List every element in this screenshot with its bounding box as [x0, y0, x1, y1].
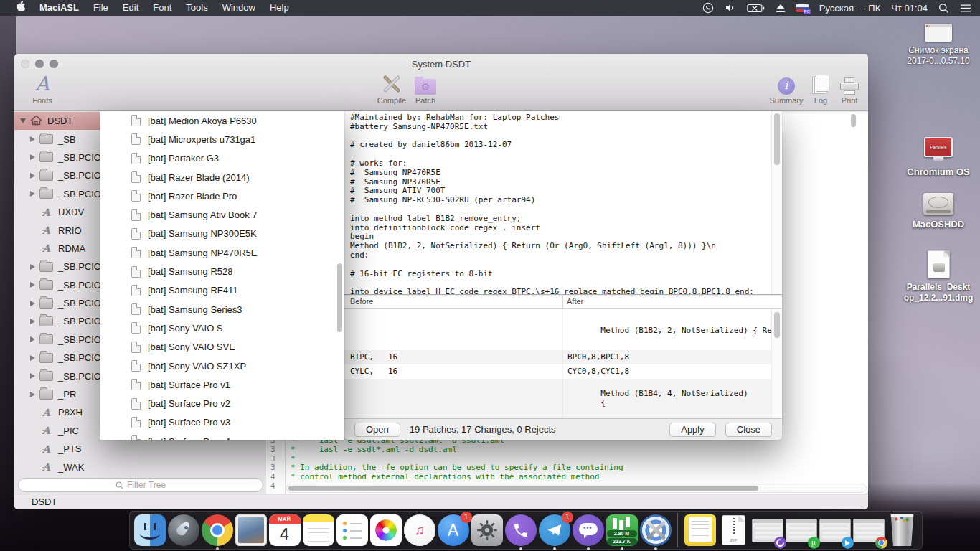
scrollbar-thumb[interactable] — [774, 312, 780, 338]
patch-list-item[interactable]: [bat] Samsung Series3 — [100, 300, 344, 319]
notification-center-icon[interactable] — [960, 4, 971, 13]
tree-item[interactable]: A_WAK — [14, 458, 265, 476]
battery-icon[interactable] — [747, 4, 765, 13]
menu-tools[interactable]: Tools — [179, 0, 215, 16]
table-row[interactable]: Method (B1B2, 2, NotSerialized) { Retu… — [344, 309, 771, 350]
patch-list-item[interactable]: [bat] Samsung Ativ Book 7 — [100, 205, 344, 224]
editor-horizontal-scrollbar[interactable] — [286, 484, 867, 493]
disclosure-open-icon[interactable] — [20, 118, 26, 123]
patch-text-scrollbar[interactable] — [771, 111, 782, 294]
patch-list-item[interactable]: [bat] Partaker G3 — [100, 149, 344, 168]
disclosure-closed-icon[interactable] — [30, 136, 35, 142]
input-source-flag-icon[interactable]: РС — [796, 4, 809, 12]
dock-minimized-window-chrome[interactable] — [853, 514, 885, 546]
toolbar-fonts-button[interactable]: A Fonts — [19, 70, 65, 105]
dock-app-store[interactable]: 1 — [438, 514, 469, 546]
menu-help[interactable]: Help — [263, 0, 296, 16]
scrollbar-thumb[interactable] — [774, 113, 780, 165]
menu-font[interactable]: Font — [146, 0, 179, 16]
dock-viber[interactable] — [505, 514, 537, 546]
patch-list-item[interactable]: [bat] Medion Akoya P6630 — [100, 111, 344, 130]
viber-status-icon[interactable] — [702, 2, 714, 14]
disclosure-closed-icon[interactable] — [30, 191, 35, 197]
dock-zip-archive[interactable]: ZIP — [718, 514, 750, 546]
dock-minimized-window-viber[interactable] — [752, 514, 783, 546]
patch-list-item[interactable]: [bat] Samsung RF411 — [100, 281, 344, 300]
open-button[interactable]: Open — [354, 423, 400, 437]
disclosure-closed-icon[interactable] — [30, 392, 35, 397]
toolbar-print-button[interactable]: Print — [826, 70, 872, 105]
disclosure-closed-icon[interactable] — [30, 264, 35, 270]
desktop-icon-chromium-os[interactable]: Parallels Chromium OS — [895, 137, 980, 177]
disclosure-closed-icon[interactable] — [30, 282, 35, 288]
window-titlebar[interactable]: System DSDT A Fonts Compile Patch i Summ… — [14, 54, 868, 111]
cell-after: Method (B1B2, 2, NotSerialized) { Retu… — [562, 309, 771, 350]
dock-notes-stack[interactable] — [684, 514, 716, 546]
disclosure-closed-icon[interactable] — [30, 154, 35, 160]
disclosure-closed-icon[interactable] — [30, 173, 35, 179]
disclosure-closed-icon[interactable] — [30, 301, 35, 306]
toolbar-patch-button[interactable]: Patch — [402, 70, 448, 105]
table-row[interactable]: Method (B1B4, 4, NotSerialized) { — [344, 379, 771, 418]
dock-system-preferences[interactable] — [471, 514, 503, 546]
dock-chrome[interactable] — [202, 514, 233, 546]
dock-reminders[interactable] — [336, 514, 368, 546]
dock-messenger[interactable]: ••• — [573, 514, 604, 546]
patch-list-item[interactable]: [bat] Samsung R528 — [100, 262, 344, 281]
dock-calendar[interactable]: МАЙ 4 — [269, 514, 301, 546]
patch-list-item[interactable]: [bat] Microxperts u731ga1 — [100, 130, 344, 149]
dock-photos[interactable] — [370, 514, 402, 546]
patch-list-item[interactable]: [bat] Samsung NP470R5E — [100, 243, 344, 262]
disclosure-closed-icon[interactable] — [30, 336, 35, 342]
menu-clock[interactable]: Чт 01:04 — [891, 3, 928, 14]
desktop-icon-screenshot[interactable]: Снимок экрана 2017-0...0.57.10 — [895, 24, 980, 67]
menu-window[interactable]: Window — [215, 0, 263, 16]
patch-list-item[interactable]: [bat] Surface Pro v2 — [100, 394, 344, 413]
dock-network-meter[interactable]: 2.80 M 213.7 K — [606, 514, 638, 546]
filter-tree-input[interactable]: Filter Tree — [18, 478, 263, 492]
disclosure-closed-icon[interactable] — [30, 373, 35, 379]
menu-file[interactable]: File — [86, 0, 116, 16]
volume-icon[interactable] — [725, 3, 736, 13]
apply-button[interactable]: Apply — [669, 423, 716, 437]
editor-vertical-scrollbar-thumb[interactable] — [851, 114, 856, 127]
desktop-icon-parallels-dmg[interactable]: Parallels_Deskt op_12.2...91.dmg — [895, 250, 980, 303]
patch-list-item[interactable]: [bat] Razer Blade (2014) — [100, 168, 344, 187]
apple-menu[interactable] — [9, 0, 32, 16]
menu-edit[interactable]: Edit — [116, 0, 146, 16]
scrollbar-thumb[interactable] — [288, 486, 758, 491]
patch-list-item[interactable]: [bat] Sony VAIO SVE — [100, 338, 344, 357]
dock-itunes[interactable] — [404, 514, 435, 546]
tree-item[interactable]: A_PTS — [14, 440, 265, 458]
patch-list-item[interactable]: [bat] Samsung NP300E5K — [100, 225, 344, 243]
close-button[interactable]: Close — [725, 423, 772, 437]
patch-list-item[interactable]: [bat] Surface Pro v4 — [100, 432, 344, 440]
dock-minimized-window-telegram[interactable] — [819, 514, 851, 546]
patch-list-item[interactable]: [bat] Sony VAIO SZ1XP — [100, 357, 344, 375]
table-row[interactable]: CYLC, 16 CYC0,8,CYC1,8 — [344, 364, 771, 379]
input-source-label[interactable]: Русская — ПК — [819, 3, 880, 14]
preview-table[interactable]: Method (B1B2, 2, NotSerialized) { Retu… … — [344, 309, 771, 418]
patch-list-scrollbar-thumb[interactable] — [337, 263, 342, 332]
patch-list-item[interactable]: [bat] Surface Pro v1 — [100, 375, 344, 394]
dock-telegram[interactable]: 1 — [539, 514, 570, 546]
dock-finder[interactable] — [134, 514, 166, 546]
patch-text-area[interactable]: #Maintained by: RehabMan for: Laptop Pat… — [344, 111, 782, 295]
desktop-icon-macoshdd[interactable]: MacOSHDD — [895, 193, 980, 230]
table-row[interactable]: BTPC, 16 BPC0,8,BPC1,8 — [344, 350, 771, 364]
patch-list-item[interactable]: [bat] Surface Pro v3 — [100, 413, 344, 432]
preview-table-scrollbar[interactable] — [771, 309, 782, 418]
patch-list-item[interactable]: [bat] Sony VAIO S — [100, 319, 344, 337]
disclosure-closed-icon[interactable] — [30, 319, 35, 324]
dock-trash[interactable] — [887, 514, 918, 546]
dock-launchpad[interactable] — [168, 514, 199, 546]
patch-list-item[interactable]: [bat] Razer Blade Pro — [100, 187, 344, 205]
dock-maciasl[interactable] — [640, 514, 672, 546]
dock-minimized-window-utorrent[interactable]: µ — [786, 514, 817, 546]
eject-icon[interactable] — [776, 4, 786, 13]
menu-app-name[interactable]: MaciASL — [32, 0, 86, 16]
dock-mail[interactable] — [235, 514, 267, 546]
spotlight-icon[interactable] — [938, 3, 949, 14]
disclosure-closed-icon[interactable] — [30, 355, 35, 361]
dock-notes[interactable] — [303, 514, 334, 546]
